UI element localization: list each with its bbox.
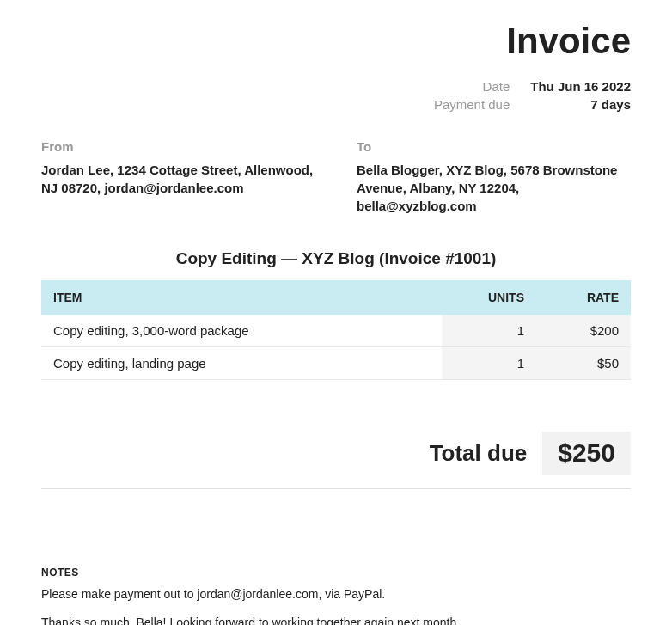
to-details: Bella Blogger, XYZ Blog, 5678 Brownstone…	[357, 161, 631, 215]
from-details: Jordan Lee, 1234 Cottage Street, Allenwo…	[41, 161, 315, 197]
total-label: Total due	[430, 440, 528, 467]
invoice-heading: Copy Editing — XYZ Blog (Invoice #1001)	[41, 249, 631, 268]
payment-due-label: Payment due	[434, 95, 510, 113]
item-units: 1	[442, 347, 536, 380]
items-table: ITEM UNITS RATE Copy editing, 3,000-word…	[41, 280, 631, 380]
notes-block: NOTES Please make payment out to jordan@…	[41, 567, 631, 625]
table-row: Copy editing, landing page 1 $50	[41, 347, 631, 380]
item-units: 1	[442, 315, 536, 347]
date-value: Thu Jun 16 2022	[530, 77, 631, 95]
item-rate: $200	[536, 315, 631, 347]
header-rate: RATE	[536, 280, 631, 315]
header-item: ITEM	[41, 280, 442, 315]
notes-heading: NOTES	[41, 567, 631, 579]
item-name: Copy editing, landing page	[41, 347, 442, 380]
to-block: To Bella Blogger, XYZ Blog, 5678 Brownst…	[357, 139, 631, 215]
table-row: Copy editing, 3,000-word package 1 $200	[41, 315, 631, 347]
meta-values: Thu Jun 16 2022 7 days	[530, 77, 631, 113]
from-block: From Jordan Lee, 1234 Cottage Street, Al…	[41, 139, 315, 215]
table-header-row: ITEM UNITS RATE	[41, 280, 631, 315]
document-title: Invoice	[41, 21, 631, 62]
total-row: Total due $250	[41, 432, 631, 489]
notes-line: Thanks so much, Bella! Looking forward t…	[41, 614, 631, 625]
header-units: UNITS	[442, 280, 536, 315]
payment-due-value: 7 days	[530, 95, 631, 113]
notes-line: Please make payment out to jordan@jordan…	[41, 585, 631, 604]
meta-block: Date Payment due Thu Jun 16 2022 7 days	[41, 77, 631, 113]
to-label: To	[357, 139, 631, 154]
total-value: $250	[542, 432, 631, 475]
item-name: Copy editing, 3,000-word package	[41, 315, 442, 347]
date-label: Date	[434, 77, 510, 95]
parties-block: From Jordan Lee, 1234 Cottage Street, Al…	[41, 139, 631, 215]
from-label: From	[41, 139, 315, 154]
meta-labels: Date Payment due	[434, 77, 510, 113]
item-rate: $50	[536, 347, 631, 380]
